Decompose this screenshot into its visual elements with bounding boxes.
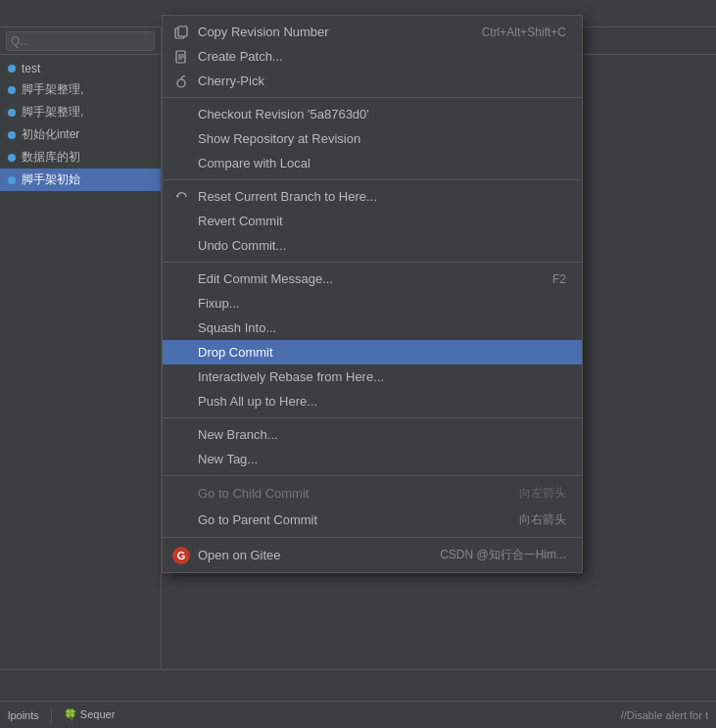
commit-dot <box>8 131 16 139</box>
menu-separator-18 <box>163 537 582 538</box>
list-item[interactable]: 数据库的初 <box>0 146 161 169</box>
commit-list: test 脚手架整理, 脚手架整理, 初始化inter 数据库的初 脚手架初始 <box>0 55 161 195</box>
menu-item-create-patch[interactable]: Create Patch... <box>163 44 582 69</box>
svg-rect-1 <box>178 26 187 36</box>
menu-separator-2 <box>163 97 582 98</box>
search-bar <box>0 27 161 55</box>
fixup-label: Fixup... <box>198 296 240 311</box>
commit-dot <box>8 176 16 184</box>
checkout-revision-label: Checkout Revision '5a8763d0' <box>198 107 369 121</box>
new-tag-label: New Tag... <box>198 452 258 466</box>
compare-local-label: Compare with Local <box>198 156 310 170</box>
go-parent-shortcut-zh: 向右箭头 <box>500 511 566 528</box>
go-parent-label: Go to Parent Commit <box>198 512 317 527</box>
list-item[interactable]: test <box>0 59 161 78</box>
create-patch-label: Create Patch... <box>198 49 283 64</box>
menu-item-new-tag[interactable]: New Tag... <box>163 447 582 471</box>
menu-separator-5 <box>163 179 582 180</box>
menu-item-open-gitee[interactable]: GOpen on GiteeCSDN @知行合一Him... <box>163 542 582 568</box>
go-child-shortcut-zh: 向左箭头 <box>500 485 566 502</box>
open-gitee-icon: G <box>172 547 190 564</box>
open-gitee-attribution: CSDN @知行合一Him... <box>410 547 566 563</box>
list-item-selected[interactable]: 脚手架初始 <box>0 169 161 191</box>
copy-revision-shortcut: Ctrl+Alt+Shift+C <box>453 25 566 39</box>
new-branch-label: New Branch... <box>198 427 278 442</box>
copy-revision-icon <box>172 24 190 41</box>
menu-item-rebase-here[interactable]: Interactively Rebase from Here... <box>163 364 582 389</box>
status-bar-separator <box>51 707 52 723</box>
status-item-1: 🍀 Sequer <box>64 708 116 721</box>
create-patch-icon <box>172 48 190 66</box>
menu-separator-8 <box>163 262 582 263</box>
reset-branch-label: Reset Current Branch to Here... <box>198 189 377 204</box>
menu-item-edit-message[interactable]: Edit Commit Message...F2 <box>163 267 582 291</box>
copy-revision-label: Copy Revision Number <box>198 24 329 39</box>
commit-panel: test 脚手架整理, 脚手架整理, 初始化inter 数据库的初 脚手架初始 <box>0 27 162 694</box>
menu-item-push-up[interactable]: Push All up to Here... <box>163 389 582 413</box>
rebase-here-label: Interactively Rebase from Here... <box>198 369 384 384</box>
menu-item-drop-commit[interactable]: Drop Commit <box>163 340 582 364</box>
menu-item-undo-commit[interactable]: Undo Commit... <box>163 233 582 258</box>
svg-point-6 <box>177 79 185 87</box>
bottom-bar <box>0 669 716 701</box>
show-repo-label: Show Repository at Revision <box>198 131 360 146</box>
menu-item-compare-local[interactable]: Compare with Local <box>163 151 582 175</box>
menu-item-go-parent[interactable]: Go to Parent Commit向右箭头 <box>163 507 582 533</box>
menu-item-checkout-revision[interactable]: Checkout Revision '5a8763d0' <box>163 102 582 126</box>
context-menu: Copy Revision NumberCtrl+Alt+Shift+CCrea… <box>162 15 583 573</box>
search-input[interactable] <box>6 31 155 51</box>
commit-dot <box>8 86 16 94</box>
list-item[interactable]: 脚手架整理, <box>0 78 161 101</box>
menu-item-reset-branch[interactable]: Reset Current Branch to Here... <box>163 184 582 209</box>
list-item[interactable]: 初始化inter <box>0 123 161 146</box>
menu-item-revert-commit[interactable]: Revert Commit <box>163 209 582 233</box>
menu-item-show-repo[interactable]: Show Repository at Revision <box>163 126 582 151</box>
status-item-0: lpoints <box>8 709 39 721</box>
commit-dot <box>8 109 16 117</box>
menu-item-cherry-pick[interactable]: Cherry-Pick <box>163 69 582 93</box>
list-item[interactable]: 脚手架整理, <box>0 101 161 123</box>
menu-item-new-branch[interactable]: New Branch... <box>163 422 582 447</box>
commit-dot <box>8 154 16 162</box>
cherry-pick-label: Cherry-Pick <box>198 73 264 88</box>
cherry-pick-icon <box>172 73 190 90</box>
push-up-label: Push All up to Here... <box>198 394 317 409</box>
menu-item-fixup[interactable]: Fixup... <box>163 291 582 315</box>
revert-commit-label: Revert Commit <box>198 214 283 228</box>
menu-separator-14 <box>163 417 582 418</box>
undo-commit-label: Undo Commit... <box>198 238 286 253</box>
menu-item-copy-revision[interactable]: Copy Revision NumberCtrl+Alt+Shift+C <box>163 20 582 44</box>
edit-message-label: Edit Commit Message... <box>198 271 333 286</box>
go-child-label: Go to Child Commit <box>198 486 309 501</box>
status-bar-right: //Disable alert for t <box>621 709 708 721</box>
menu-item-go-child: Go to Child Commit向左箭头 <box>163 480 582 507</box>
reset-branch-icon <box>172 188 190 206</box>
squash-into-label: Squash Into... <box>198 320 276 335</box>
commit-dot <box>8 65 16 73</box>
menu-item-squash-into[interactable]: Squash Into... <box>163 315 582 340</box>
edit-message-shortcut: F2 <box>523 272 566 286</box>
status-bar: lpoints 🍀 Sequer //Disable alert for t <box>0 701 716 728</box>
drop-commit-label: Drop Commit <box>198 345 273 360</box>
menu-separator-16 <box>163 475 582 476</box>
open-gitee-label: Open on Gitee <box>198 548 281 562</box>
